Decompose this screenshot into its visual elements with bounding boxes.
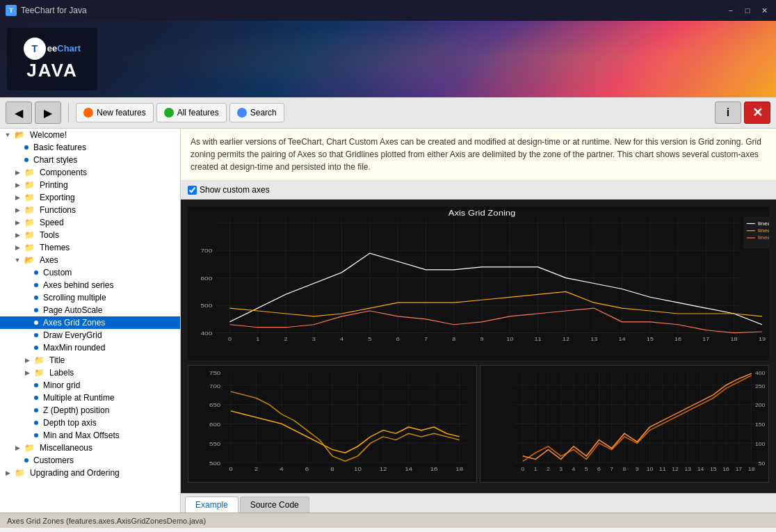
tree-item-label-10: Axes [40,255,58,265]
svg-text:0: 0 [229,466,233,472]
tree-item-20[interactable]: Minor grid [0,379,180,392]
info-button[interactable]: i [715,102,741,124]
dot-icon-11 [34,271,38,275]
tree-item-18[interactable]: ▶📁Title [0,354,180,366]
svg-text:18: 18 [748,467,754,472]
close-button[interactable]: ✕ [744,102,770,124]
tree-item-10[interactable]: ▼📂Axes [0,254,180,266]
tab-source-code[interactable]: Source Code [240,497,309,513]
close-window-button[interactable]: ✕ [758,4,770,17]
svg-text:19: 19 [759,337,766,342]
svg-text:4: 4 [340,337,344,342]
svg-text:3: 3 [559,467,563,472]
svg-text:17: 17 [702,337,710,342]
expander-icon-27: ▶ [3,468,13,478]
logo-teechart-text: eeChart [47,43,81,54]
dot-icon-20 [34,383,38,387]
svg-text:13: 13 [685,467,691,472]
search-label: Search [250,108,277,118]
folder-icon-9: 📁 [24,243,35,252]
tree-item-5[interactable]: ▶📁Exporting [0,191,180,204]
tree-item-3[interactable]: ▶📁Components [0,166,180,179]
tab-example[interactable]: Example [185,497,239,513]
tree-item-21[interactable]: Multiple at Runtime [0,392,180,404]
custom-axes-check[interactable] [188,186,197,195]
svg-text:18: 18 [731,337,738,342]
header-banner: T eeChart JAVA [0,21,776,97]
svg-text:12: 12 [380,466,387,472]
tree-item-11[interactable]: Custom [0,266,180,279]
back-button[interactable]: ◀ [6,102,32,124]
all-features-icon [164,108,174,118]
tree-item-9[interactable]: ▶📁Themes [0,241,180,254]
tree-item-13[interactable]: Scrolling multiple [0,291,180,304]
tree-item-label-4: Printing [40,180,68,190]
svg-text:500: 500 [209,460,220,467]
svg-text:18: 18 [455,466,463,472]
svg-text:250: 250 [755,384,765,389]
toolbar: ◀ ▶ New features All features Search i ✕ [0,97,776,129]
bottom-charts: 500 550 600 650 700 750 0 2 4 6 8 10 12 [188,365,769,483]
forward-button[interactable]: ▶ [35,102,61,124]
svg-rect-0 [188,207,769,360]
tree-item-4[interactable]: ▶📁Printing [0,179,180,191]
svg-text:700: 700 [209,383,220,389]
tree-item-14[interactable]: Page AutoScale [0,304,180,316]
expander-icon-5: ▶ [13,193,22,202]
tree-item-12[interactable]: Axes behind series [0,279,180,291]
tree-item-16[interactable]: Draw EveryGrid [0,329,180,341]
minimize-button[interactable]: − [725,4,737,17]
logo-symbol: T [24,38,46,60]
dot-icon-26 [24,458,29,462]
new-features-button[interactable]: New features [76,103,154,122]
svg-text:11: 11 [535,337,542,342]
folder-icon-27: 📁 [15,468,25,478]
tree-item-0[interactable]: ▼📂Welcome! [0,129,180,141]
tree-item-19[interactable]: ▶📁Labels [0,366,180,379]
tree-item-27[interactable]: ▶📁Upgrading and Ordering [0,467,180,479]
svg-text:12: 12 [672,467,678,472]
tree-item-label-8: Tools [40,230,59,240]
all-features-button[interactable]: All features [156,103,227,122]
folder-icon-3: 📁 [24,168,35,177]
svg-text:600: 600 [200,275,212,282]
tree-item-label-20: Minor grid [43,380,80,390]
svg-text:11: 11 [659,467,665,472]
svg-text:650: 650 [209,403,220,409]
tree-item-17[interactable]: MaxMin rounded [0,341,180,354]
tree-item-1[interactable]: Basic features [0,141,180,154]
svg-text:4: 4 [280,466,284,472]
tree-item-label-24: Min and Max Offsets [43,430,120,440]
tree-item-label-23: Depth top axis [43,418,97,428]
tree-item-2[interactable]: Chart styles [0,154,180,166]
tree-item-8[interactable]: ▶📁Tools [0,229,180,241]
chart-area: Axis Grid Zoning 400 500 600 700 0 1 2 3… [181,200,776,493]
tree-item-7[interactable]: ▶📁Speed [0,216,180,229]
logo: T eeChart JAVA [7,28,97,90]
svg-text:0: 0 [228,337,232,342]
main-area: ▼📂Welcome!Basic featuresChart styles▶📁Co… [0,129,776,513]
tree-item-15[interactable]: Axes Grid Zones [0,316,180,329]
svg-text:3: 3 [312,337,316,342]
tree-item-26[interactable]: Customers [0,454,180,467]
tree-item-25[interactable]: ▶📁Miscellaneous [0,442,180,454]
dot-icon-21 [34,396,38,400]
tree-item-6[interactable]: ▶📁Functions [0,204,180,216]
dot-icon-16 [34,333,38,337]
search-button[interactable]: Search [229,103,284,122]
svg-text:14: 14 [618,337,626,342]
svg-text:7: 7 [610,467,613,472]
chart-options-toolbar: Show custom axes [181,181,776,200]
tree-item-23[interactable]: Depth top axis [0,417,180,429]
restore-button[interactable]: □ [741,4,754,17]
app-icon: T [6,5,17,16]
show-custom-axes-checkbox[interactable]: Show custom axes [188,185,270,195]
svg-text:15: 15 [710,467,716,472]
expander-icon-19: ▶ [22,368,32,378]
tree-item-22[interactable]: Z (Depth) position [0,404,180,417]
svg-text:linea1: linea1 [758,221,769,227]
svg-text:9: 9 [480,337,485,342]
dot-icon-17 [34,346,38,350]
tree-item-24[interactable]: Min and Max Offsets [0,429,180,442]
sub-chart-right: 50 100 150 200 250 400 0 1 2 3 4 5 6 [480,365,769,483]
